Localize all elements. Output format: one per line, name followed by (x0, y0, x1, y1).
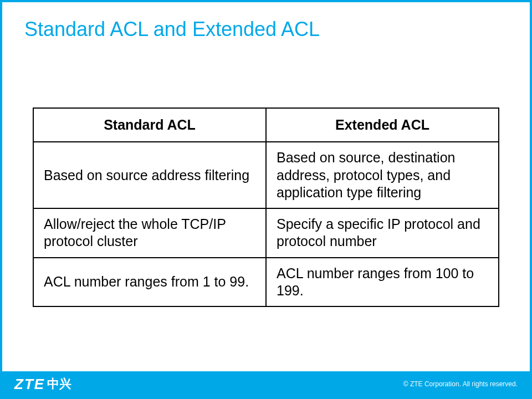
col-header-standard: Standard ACL (33, 108, 266, 142)
slide: Standard ACL and Extended ACL Standard A… (0, 0, 532, 399)
slide-title: Standard ACL and Extended ACL (2, 2, 530, 41)
zte-logo: ZTE 中兴 (14, 376, 71, 393)
table-row: Based on source address filtering Based … (33, 142, 499, 208)
cell-standard: ACL number ranges from 1 to 99. (33, 258, 266, 307)
cell-standard: Allow/reject the whole TCP/IP protocol c… (33, 208, 266, 258)
cell-extended: Specify a specific IP protocol and proto… (266, 208, 499, 258)
logo-text-cn: 中兴 (47, 376, 71, 392)
comparison-table-wrap: Standard ACL Extended ACL Based on sourc… (33, 108, 499, 307)
table-row: Allow/reject the whole TCP/IP protocol c… (33, 208, 499, 258)
cell-extended: Based on source, destination address, pr… (266, 142, 499, 208)
copyright-text: © ZTE Corporation. All rights reserved. (403, 380, 518, 388)
cell-extended: ACL number ranges from 100 to 199. (266, 258, 499, 307)
comparison-table: Standard ACL Extended ACL Based on sourc… (33, 108, 499, 307)
table-header-row: Standard ACL Extended ACL (33, 108, 499, 142)
cell-standard: Based on source address filtering (33, 142, 266, 208)
table-row: ACL number ranges from 1 to 99. ACL numb… (33, 258, 499, 307)
col-header-extended: Extended ACL (266, 108, 499, 142)
footer-bar: ZTE 中兴 © ZTE Corporation. All rights res… (2, 371, 530, 397)
logo-text-en: ZTE (14, 376, 45, 393)
